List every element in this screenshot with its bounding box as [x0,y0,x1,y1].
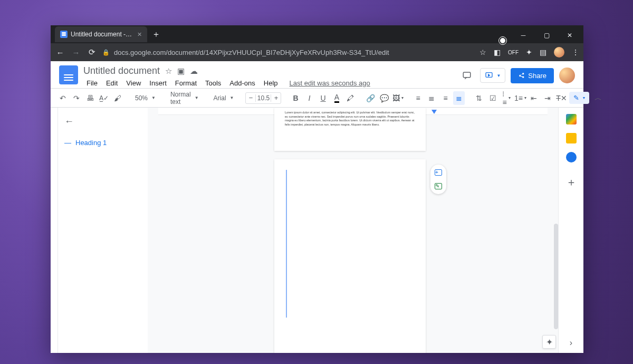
extension-icon[interactable]: ◧ [494,48,501,56]
reload-button[interactable]: ⟳ [87,47,97,58]
extension-icon[interactable]: OFF [508,50,519,55]
extension-icon[interactable]: ▤ [540,48,546,56]
new-tab-button[interactable]: ＋ [149,27,163,41]
comment-button[interactable]: 💬 [378,91,390,105]
docs-logo-icon[interactable] [59,65,78,84]
keep-icon[interactable] [566,133,577,143]
indent-decrease-button[interactable]: ⇤ [528,91,540,105]
move-icon[interactable]: ▣ [177,66,185,76]
menu-view[interactable]: View [123,78,144,88]
star-icon[interactable]: ☆ [165,66,172,76]
align-left-button[interactable]: ≡ [412,91,424,105]
extension-area: ☆ ◧ OFF ✦ ▤ ⋮ [479,47,579,58]
spellcheck-button[interactable]: A̲✓ [98,91,110,105]
last-edit-link[interactable]: Last edit was seconds ago [290,79,370,87]
numbered-list-button[interactable]: 1≡▾ [514,91,526,105]
collapse-toolbar-button[interactable]: ︿ [592,91,604,105]
vertical-ruler [51,108,58,353]
align-justify-button[interactable]: ≣ [453,91,465,105]
close-window-button[interactable]: ✕ [558,27,581,43]
print-button[interactable]: 🖶 [84,91,96,105]
tasks-icon[interactable] [566,152,577,162]
right-indent-marker[interactable] [431,110,437,115]
undo-button[interactable]: ↶ [57,91,69,105]
explore-button[interactable]: ✦ [542,335,556,349]
align-center-button[interactable]: ≣ [426,91,437,105]
underline-button[interactable]: U [317,91,329,105]
back-button[interactable]: ← [55,47,65,58]
align-right-button[interactable]: ≡ [439,91,451,105]
line-spacing-button[interactable]: ⇅ [473,91,485,105]
recording-indicator-icon [500,38,505,43]
image-button[interactable]: 🖼▾ [392,91,404,105]
window-controls: ─ ▢ ✕ [512,27,583,43]
hide-sidepanel-icon[interactable]: › [570,338,572,348]
document-title[interactable]: Untitled document [83,65,160,76]
document-page[interactable] [274,159,426,353]
tab-strip: Untitled document - Google Doc ✕ ＋ [51,25,500,43]
outline-close-icon[interactable]: ← [64,116,141,127]
maximize-button[interactable]: ▢ [535,27,558,43]
font-size-increase[interactable]: + [271,94,281,102]
italic-button[interactable]: I [303,91,315,105]
forward-button[interactable]: → [71,47,81,58]
menu-edit[interactable]: Edit [103,78,121,88]
zoom-select[interactable]: 50%▼ [132,91,159,105]
cloud-status-icon[interactable]: ☁ [190,66,198,76]
font-size-decrease[interactable]: − [246,94,255,102]
editing-mode-button[interactable]: ✎▾ [569,92,589,104]
style-select[interactable]: Normal text▼ [167,91,202,105]
account-avatar-icon[interactable] [559,68,575,83]
paint-format-button[interactable]: 🖌 [112,91,123,105]
side-panel: ＋ › [558,108,583,353]
chrome-menu-icon[interactable]: ⋮ [572,48,579,56]
menu-format[interactable]: Format [172,78,200,88]
suggest-edit-icon[interactable]: ✎ [434,181,443,191]
menu-addons[interactable]: Add-ons [226,78,258,88]
tab-close-icon[interactable]: ✕ [137,31,142,38]
share-label: Share [528,72,546,80]
document-page[interactable]: Lorem ipsum dolor sit amet, consectetur … [274,108,426,151]
tab-title: Untitled document - Google Doc [71,31,133,38]
comment-history-icon[interactable] [459,68,475,83]
add-addon-icon[interactable]: ＋ [566,175,577,189]
calendar-icon[interactable] [566,114,577,124]
url-box[interactable]: 🔒 docs.google.com/document/d/14XPijxzVHU… [102,49,474,56]
outline-heading-item[interactable]: — Heading 1 [64,139,141,147]
minimize-button[interactable]: ─ [512,27,535,43]
profile-avatar-icon[interactable] [554,47,564,58]
add-comment-icon[interactable]: + [434,168,443,177]
menu-insert[interactable]: Insert [146,78,170,88]
browser-tab[interactable]: Untitled document - Google Doc ✕ [55,26,147,42]
toolbar: ↶ ↷ 🖶 A̲✓ 🖌 50%▼ Normal text▼ Arial▼ − 1… [51,88,583,107]
svg-rect-0 [464,72,471,78]
menu-file[interactable]: File [83,78,101,88]
link-button[interactable]: 🔗 [365,91,376,105]
menu-help[interactable]: Help [261,78,281,88]
redo-button[interactable]: ↷ [71,91,82,105]
checklist-button[interactable]: ☑ [487,91,498,105]
star-bookmark-icon[interactable]: ☆ [479,48,486,56]
outline-item-label: Heading 1 [75,139,107,147]
indent-increase-button[interactable]: ⇥ [542,91,553,105]
lock-icon: 🔒 [102,49,110,56]
share-button[interactable]: Share [511,68,554,83]
bullet-list-button[interactable]: ⁝≡▾ [501,91,512,105]
present-button[interactable]: ▼ [480,68,505,83]
menu-bar: File Edit View Insert Format Tools Add-o… [83,78,454,88]
highlight-button[interactable]: 🖍 [344,91,356,105]
page-body-text: Lorem ipsum dolor sit amet, consectetur … [285,111,415,127]
menu-tools[interactable]: Tools [202,78,224,88]
font-select[interactable]: Arial▼ [210,91,237,105]
vertical-scrollbar[interactable] [554,224,558,329]
font-size-control: − 10.5 + [245,92,281,104]
bold-button[interactable]: B [290,91,301,105]
text-color-button[interactable]: A [331,91,342,105]
floating-actions: + ✎ [430,165,446,194]
outline-collapse-icon[interactable]: — [64,139,71,147]
clear-formatting-button[interactable]: T✕ [555,91,567,105]
document-canvas[interactable]: Lorem ipsum dolor sit amet, consectetur … [148,108,558,353]
extensions-menu-icon[interactable]: ✦ [526,48,532,56]
url-text: docs.google.com/document/d/14XPijxzVHUUC… [114,49,389,56]
font-size-value[interactable]: 10.5 [255,94,271,102]
